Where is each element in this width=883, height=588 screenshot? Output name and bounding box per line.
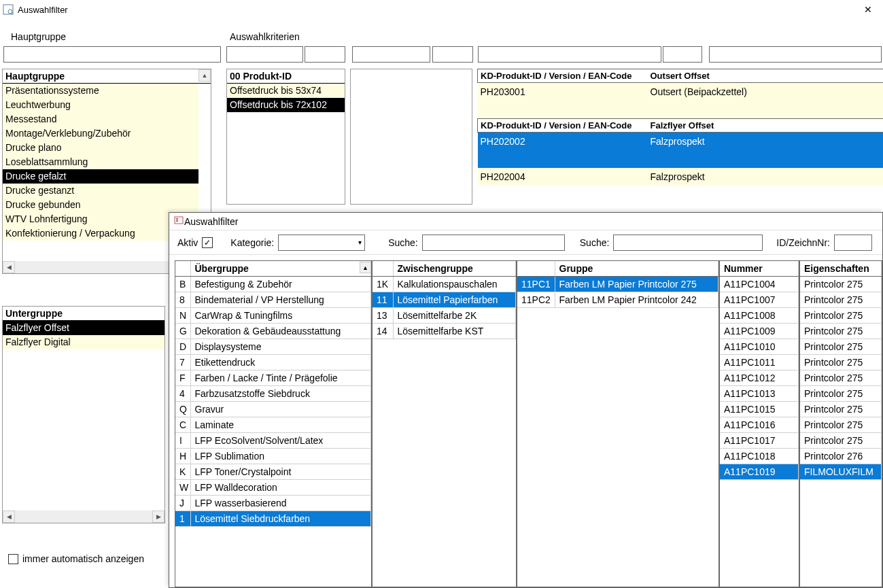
list-item[interactable]: Leuchtwerbung — [3, 98, 198, 112]
table-row[interactable]: Printcolor 275 — [800, 386, 882, 402]
table-row[interactable]: Printcolor 275 — [800, 339, 882, 355]
table-row[interactable]: Printcolor 275 — [800, 292, 882, 308]
immer-auto-row[interactable]: immer automatisch anzeigen — [8, 553, 144, 564]
table-row[interactable]: A11PC1010 — [720, 339, 799, 355]
produkt-id-list[interactable]: 00 Produkt-ID Offsetdruck bis 53x74 Offs… — [226, 69, 345, 205]
table-row[interactable]: KLFP Toner/Crystalpoint — [175, 464, 371, 480]
table-row[interactable]: A11PC1018 — [720, 449, 799, 464]
table-row[interactable]: FILMOLUXFILM — [800, 464, 882, 480]
table-row[interactable]: Printcolor 276 — [800, 449, 882, 464]
gruppe-grid[interactable]: Gruppe 11PC1Farben LM Papier Printcolor … — [517, 260, 719, 587]
criteria-input-6[interactable] — [663, 46, 702, 63]
list-item-selected[interactable]: Falzflyer Offset — [3, 321, 165, 335]
scroll-up-icon[interactable]: ▲ — [360, 262, 371, 273]
table-row[interactable]: A11PC1017 — [720, 433, 799, 449]
titlebar-2[interactable]: Auswahlfilter — [169, 213, 882, 230]
table-row[interactable]: A11PC1009 — [720, 324, 799, 339]
table-row[interactable]: 14Lösemittelfarbe KST — [373, 324, 516, 339]
table-row[interactable]: Printcolor 275 — [800, 324, 882, 339]
list-item[interactable]: Loseblattsammlung — [3, 155, 198, 169]
table-row[interactable]: A11PC1016 — [720, 417, 799, 433]
kd-row[interactable]: PH203001 Outsert (Beipackzettel) — [478, 83, 884, 101]
table-row[interactable]: 13Lösemittelfarbe 2K — [373, 308, 516, 324]
table-row[interactable]: CLaminate — [175, 417, 371, 433]
criteria-input-1[interactable] — [226, 46, 303, 63]
list-item[interactable]: Montage/Verklebung/Zubehör — [3, 126, 198, 141]
table-row[interactable]: GDekoration & Gebäudeausstattung — [175, 324, 371, 339]
uebergruppe-grid[interactable]: Übergruppe BBefestigung & Zubehör8Bindem… — [175, 260, 372, 587]
suche-input-2[interactable] — [613, 235, 763, 251]
criteria-input-4[interactable] — [432, 46, 473, 63]
eigenschaften-grid[interactable]: Eigenschaften Printcolor 275Printcolor 2… — [799, 260, 882, 587]
immer-auto-checkbox[interactable] — [8, 554, 18, 564]
table-row[interactable]: Printcolor 275 — [800, 277, 882, 292]
kategorie-combo[interactable]: ▾ — [278, 235, 365, 251]
id-zeichn-input[interactable] — [834, 235, 872, 251]
table-row[interactable]: A11PC1013 — [720, 386, 799, 402]
table-row[interactable]: JLFP wasserbasierend — [175, 496, 371, 511]
row-name: Bindematerial / VP Herstellung — [190, 292, 371, 308]
table-row[interactable]: A11PC1012 — [720, 370, 799, 386]
table-row[interactable]: 11PC1Farben LM Papier Printcolor 275 — [517, 277, 718, 292]
table-row[interactable]: A11PC1011 — [720, 355, 799, 370]
table-row[interactable]: 1Lösemittel Siebdruckfarben — [175, 511, 371, 527]
criteria-input-5[interactable] — [478, 46, 661, 63]
list-item[interactable]: Drucke gestanzt — [3, 184, 198, 198]
scroll-track[interactable] — [15, 511, 152, 523]
aktiv-checkbox[interactable]: ✓ — [202, 237, 213, 248]
scroll-left-icon[interactable]: ◀ — [3, 511, 15, 523]
hauptgruppe-filter-input[interactable] — [3, 46, 221, 63]
list-item[interactable]: Offsetdruck bis 53x74 — [227, 84, 345, 98]
suche-input-1[interactable] — [422, 235, 565, 251]
table-row[interactable]: A11PC1007 — [720, 292, 799, 308]
list-item[interactable]: Präsentationssysteme — [3, 84, 198, 98]
scroll-right-icon[interactable]: ▶ — [152, 511, 165, 523]
table-row[interactable]: WLFP Walldecoration — [175, 480, 371, 496]
table-row[interactable]: A11PC1015 — [720, 402, 799, 417]
scroll-left-icon[interactable]: ◀ — [3, 261, 15, 273]
table-row[interactable]: A11PC1008 — [720, 308, 799, 324]
close-button-1[interactable]: ✕ — [852, 0, 883, 19]
untergruppe-list[interactable]: Untergruppe Falzflyer Offset Falzflyer D… — [2, 306, 165, 523]
table-row[interactable]: Printcolor 275 — [800, 370, 882, 386]
table-row[interactable]: Printcolor 275 — [800, 402, 882, 417]
kd-row-selected-ext[interactable] — [478, 150, 884, 168]
table-row[interactable]: 7Etikettendruck — [175, 355, 371, 370]
table-row[interactable]: A11PC1019 — [720, 464, 799, 480]
table-row[interactable]: A11PC1004 — [720, 277, 799, 292]
kd-row[interactable]: PH202004 Falzprospekt — [478, 168, 884, 186]
kd-row-selected[interactable]: PH202002 Falzprospekt — [478, 133, 884, 151]
scrollbar-horizontal[interactable]: ◀ ▶ — [3, 511, 165, 523]
list-item[interactable]: Drucke plano — [3, 141, 198, 155]
table-row[interactable]: QGravur — [175, 402, 371, 417]
table-row[interactable]: ILFP EcoSolvent/Solvent/Latex — [175, 433, 371, 449]
table-row[interactable]: 1KKalkulationspauschalen — [373, 277, 516, 292]
table-row[interactable]: BBefestigung & Zubehör — [175, 277, 371, 292]
nummer-grid[interactable]: Nummer A11PC1004A11PC1007A11PC1008A11PC1… — [719, 260, 799, 587]
table-row[interactable]: Printcolor 275 — [800, 355, 882, 370]
zwischengruppe-grid[interactable]: Zwischengruppe 1KKalkulationspauschalen1… — [372, 260, 517, 587]
table-row[interactable]: NCarWrap & Tuningfilms — [175, 308, 371, 324]
table-row[interactable]: 11PC2Farben LM Papier Printcolor 242 — [517, 292, 718, 308]
scroll-up-icon[interactable]: ▲ — [198, 69, 211, 82]
table-row[interactable]: Printcolor 275 — [800, 417, 882, 433]
criteria-input-7[interactable] — [709, 46, 882, 63]
window-auswahlfilter-2[interactable]: Auswahlfilter Aktiv ✓ Kategorie: ▾ Suche… — [169, 212, 883, 588]
table-row[interactable]: DDisplaysysteme — [175, 339, 371, 355]
criteria-input-3[interactable] — [352, 46, 430, 63]
criteria-input-2[interactable] — [305, 46, 345, 63]
list-item-selected[interactable]: Drucke gefalzt — [3, 169, 198, 184]
list-item[interactable]: Falzflyer Digital — [3, 335, 165, 349]
table-row[interactable]: FFarben / Lacke / Tinte / Prägefolie — [175, 370, 371, 386]
table-row[interactable]: 8Bindematerial / VP Herstellung — [175, 292, 371, 308]
table-row[interactable]: 11Lösemittel Papierfarben — [373, 292, 516, 308]
scrollbar-vertical[interactable]: ▲ — [360, 262, 371, 273]
table-row[interactable]: Printcolor 275 — [800, 433, 882, 449]
list-item[interactable]: Drucke gebunden — [3, 198, 198, 212]
list-item[interactable]: Messestand — [3, 112, 198, 126]
table-row[interactable]: HLFP Sublimation — [175, 449, 371, 464]
table-row[interactable]: Printcolor 275 — [800, 308, 882, 324]
titlebar-1[interactable]: Auswahlfilter ✕ — [0, 0, 883, 19]
table-row[interactable]: 4Farbzusatzstoffe Siebdruck — [175, 386, 371, 402]
list-item-selected[interactable]: Offsetdruck bis 72x102 — [227, 98, 345, 112]
